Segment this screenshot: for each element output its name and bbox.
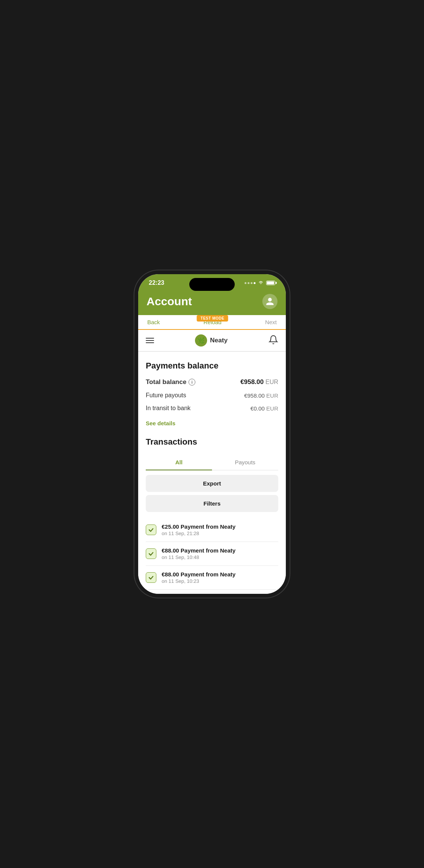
brand-logo-area: 🌿 Neaty bbox=[195, 334, 228, 347]
app-toolbar: 🌿 Neaty bbox=[138, 330, 286, 351]
status-icons bbox=[245, 281, 275, 285]
transaction-check-icon bbox=[146, 572, 156, 583]
filters-button[interactable]: Filters bbox=[146, 495, 278, 512]
transaction-item[interactable]: €88.00 Payment from Neaty on 11 Sep, 10:… bbox=[146, 566, 278, 590]
payments-balance-title: Payments balance bbox=[146, 361, 278, 371]
page-title: Account bbox=[147, 295, 192, 308]
action-buttons: Export Filters bbox=[146, 475, 278, 512]
hamburger-line bbox=[146, 338, 154, 339]
status-time: 22:23 bbox=[149, 279, 164, 286]
transaction-check-icon bbox=[146, 525, 156, 535]
back-button[interactable]: Back bbox=[147, 319, 160, 325]
transaction-info: €88.00 Payment from Neaty on 11 Sep, 10:… bbox=[162, 571, 278, 584]
hamburger-line bbox=[146, 342, 154, 343]
notifications-button[interactable] bbox=[268, 335, 278, 346]
battery-icon bbox=[266, 281, 275, 285]
transaction-title: €25.00 Payment from Neaty bbox=[162, 523, 278, 530]
signal-bars bbox=[245, 282, 256, 284]
checkmark-icon bbox=[148, 527, 154, 533]
transaction-date: on 11 Sep, 10:48 bbox=[162, 554, 278, 560]
checkmark-icon bbox=[148, 551, 154, 557]
user-avatar-button[interactable] bbox=[262, 294, 277, 309]
transaction-list: €25.00 Payment from Neaty on 11 Sep, 21:… bbox=[146, 518, 278, 590]
brand-icon: 🌿 bbox=[195, 334, 207, 347]
transaction-check-icon bbox=[146, 548, 156, 559]
main-content: Payments balance Total balance i €958.00… bbox=[138, 352, 286, 437]
wifi-icon bbox=[258, 281, 264, 285]
in-transit-row: In transit to bank €0.00 EUR bbox=[146, 405, 278, 412]
status-bar: 22:23 bbox=[138, 274, 286, 289]
battery-fill bbox=[267, 281, 274, 284]
in-transit-label: In transit to bank bbox=[146, 405, 190, 412]
tab-payouts[interactable]: Payouts bbox=[212, 454, 278, 470]
future-payouts-label: Future payouts bbox=[146, 392, 186, 399]
transaction-info: €88.00 Payment from Neaty on 11 Sep, 10:… bbox=[162, 547, 278, 560]
dynamic-island bbox=[189, 278, 235, 291]
next-button[interactable]: Next bbox=[265, 319, 277, 325]
tab-all[interactable]: All bbox=[146, 454, 212, 470]
phone-screen: 22:23 Account bbox=[138, 274, 286, 594]
future-payouts-row: Future payouts €958.00 EUR bbox=[146, 392, 278, 399]
bell-icon bbox=[268, 335, 278, 345]
see-details-link[interactable]: See details bbox=[146, 420, 175, 426]
transaction-date: on 11 Sep, 10:23 bbox=[162, 578, 278, 584]
signal-dot bbox=[248, 282, 249, 284]
transaction-info: €25.00 Payment from Neaty on 11 Sep, 21:… bbox=[162, 523, 278, 536]
future-payouts-value: €958.00 EUR bbox=[244, 392, 278, 399]
transaction-item[interactable]: €88.00 Payment from Neaty on 11 Sep, 10:… bbox=[146, 542, 278, 566]
phone-frame: 22:23 Account bbox=[138, 274, 286, 594]
signal-dot bbox=[251, 282, 253, 284]
spacer bbox=[138, 590, 286, 594]
hamburger-menu[interactable] bbox=[146, 338, 154, 343]
transaction-date: on 11 Sep, 21:28 bbox=[162, 531, 278, 536]
transactions-title: Transactions bbox=[146, 437, 278, 447]
brand-name: Neaty bbox=[210, 337, 228, 344]
signal-dot bbox=[245, 282, 246, 284]
transaction-title: €88.00 Payment from Neaty bbox=[162, 547, 278, 554]
test-mode-badge: TEST MODE bbox=[197, 315, 228, 322]
tabs-container: All Payouts bbox=[146, 454, 278, 470]
app-header: Account bbox=[138, 289, 286, 315]
transactions-section: Transactions All Payouts Export Filters bbox=[138, 437, 286, 590]
export-button[interactable]: Export bbox=[146, 475, 278, 492]
total-balance-value: €958.00 EUR bbox=[240, 378, 278, 386]
checkmark-icon bbox=[148, 575, 154, 581]
total-balance-label: Total balance i bbox=[146, 378, 195, 386]
in-transit-value: €0.00 EUR bbox=[251, 405, 278, 412]
total-balance-row: Total balance i €958.00 EUR bbox=[146, 378, 278, 386]
hamburger-line bbox=[146, 340, 154, 341]
transaction-title: €88.00 Payment from Neaty bbox=[162, 571, 278, 578]
info-icon[interactable]: i bbox=[189, 379, 195, 386]
transaction-item[interactable]: €25.00 Payment from Neaty on 11 Sep, 21:… bbox=[146, 518, 278, 542]
nav-bar: Back TEST MODE Reload Next bbox=[138, 315, 286, 330]
user-icon bbox=[265, 297, 274, 306]
signal-dot bbox=[254, 282, 256, 284]
